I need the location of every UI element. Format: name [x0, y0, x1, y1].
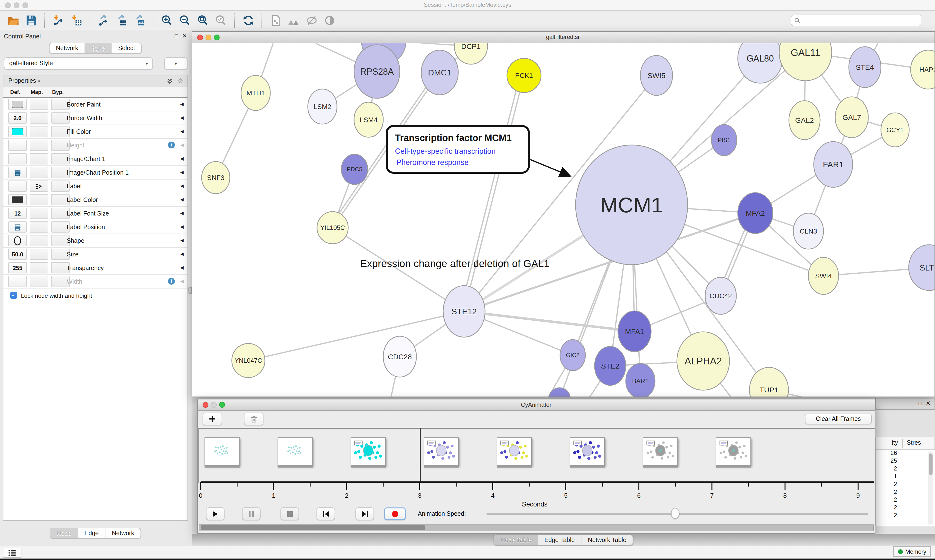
delete-frame-button[interactable]: [244, 412, 264, 425]
property-row-fill-color[interactable]: Fill Color◀: [3, 125, 187, 138]
style-selector[interactable]: galFiltered Style ▾: [4, 57, 153, 69]
expand-property-icon[interactable]: ◀: [180, 238, 184, 243]
tab-network-table[interactable]: Network Table: [581, 535, 633, 545]
open-folder-icon[interactable]: [6, 14, 20, 27]
stop-button[interactable]: [281, 508, 299, 520]
property-row-shape[interactable]: Shape◀: [3, 234, 187, 248]
property-row-size[interactable]: 50.0Size◀: [3, 248, 187, 261]
property-row-border-paint[interactable]: Border Paint◀: [3, 98, 187, 111]
property-row-label[interactable]: Label◀: [3, 180, 187, 193]
search-field[interactable]: [791, 15, 921, 26]
export-network-icon[interactable]: [97, 14, 110, 27]
table-cell[interactable]: 2: [876, 488, 897, 496]
export-image-icon[interactable]: [133, 14, 146, 27]
expand-property-icon[interactable]: ◀: [180, 279, 184, 284]
timeline-frame-2[interactable]: [350, 437, 386, 466]
timeline-frame-3[interactable]: [424, 437, 459, 466]
memory-button[interactable]: Memory: [893, 546, 931, 557]
zoom-fit-icon[interactable]: [196, 14, 210, 27]
tab-edge-table[interactable]: Edge Table: [538, 535, 581, 545]
hide-panel-icon[interactable]: [305, 14, 318, 27]
table-cell[interactable]: 26: [876, 449, 897, 457]
close-table-icon[interactable]: ✕: [926, 400, 930, 407]
collapse-all-icon[interactable]: [177, 79, 184, 86]
timeline-scrollbar[interactable]: [199, 524, 874, 531]
annotation-link[interactable]: Cell-type-specific transcription: [395, 147, 495, 155]
table-cell[interactable]: 2: [876, 512, 897, 520]
timeline-frame-7[interactable]: [716, 437, 751, 466]
expand-property-icon[interactable]: ◀: [180, 115, 184, 120]
zoom-out-icon[interactable]: [178, 14, 191, 27]
property-row-border-width[interactable]: 2.0Border Width◀: [3, 111, 187, 125]
lock-checkbox[interactable]: ✓: [10, 292, 17, 299]
panel-splitter-handle[interactable]: [188, 287, 192, 294]
column-header[interactable]: ity: [876, 439, 898, 446]
export-table-icon[interactable]: [115, 14, 128, 27]
skip-to-end-button[interactable]: [355, 508, 374, 520]
annotation-link[interactable]: Pheromone response: [397, 158, 469, 167]
expand-property-icon[interactable]: ◀: [180, 183, 184, 188]
record-button[interactable]: [384, 508, 406, 520]
network-canvas[interactable]: RPS28BDCP1RPS28ADMC1PCK1SWI5GAL80GAL11ST…: [192, 43, 935, 397]
timeline-frame-1[interactable]: [278, 437, 313, 466]
expand-property-icon[interactable]: ◀: [180, 102, 184, 106]
table-cell[interactable]: 1: [876, 473, 897, 481]
table-cell[interactable]: 25: [876, 457, 897, 465]
table-cell[interactable]: 2: [876, 481, 897, 488]
expand-property-icon[interactable]: ◀: [180, 170, 184, 175]
property-row-transparency[interactable]: 255Transparency◀: [3, 261, 187, 275]
skip-to-start-button[interactable]: [316, 508, 335, 520]
slider-thumb[interactable]: [671, 508, 679, 518]
tab-network[interactable]: Network: [50, 43, 85, 53]
show-panel-icon[interactable]: [323, 14, 336, 27]
property-row-image-chart-position-1[interactable]: Image/Chart Position 1◀: [3, 166, 187, 180]
clear-all-frames-button[interactable]: Clear All Frames: [805, 414, 872, 424]
zoom-selected-icon[interactable]: [214, 14, 227, 27]
property-row-label-position[interactable]: Label Position◀: [3, 220, 187, 234]
refresh-icon[interactable]: [242, 14, 255, 27]
task-history-button[interactable]: [3, 548, 22, 558]
timeline-playhead[interactable]: [420, 428, 421, 483]
table-cell[interactable]: 2: [876, 504, 897, 512]
property-row-image-chart-1[interactable]: Image/Chart 1◀: [3, 152, 187, 166]
network-node-cut[interactable]: [549, 388, 570, 397]
snapshot-icon[interactable]: [269, 14, 282, 27]
timeline-frame-0[interactable]: [205, 437, 239, 466]
timeline-frame-5[interactable]: [570, 437, 605, 466]
annotation-callout[interactable]: Transcription factor MCM1Cell-type-speci…: [387, 126, 569, 175]
property-row-height[interactable]: Heighti◀: [3, 138, 187, 152]
add-frame-button[interactable]: [202, 412, 222, 425]
zoom-in-icon[interactable]: [160, 14, 173, 27]
search-input[interactable]: [801, 17, 921, 24]
import-network-icon[interactable]: [52, 14, 65, 27]
table-cell[interactable]: 2: [876, 465, 897, 473]
expand-property-icon[interactable]: ◀: [180, 252, 184, 256]
import-table-icon[interactable]: [69, 14, 83, 27]
save-icon[interactable]: [24, 14, 37, 27]
table-cell[interactable]: 2: [876, 496, 897, 504]
expand-property-icon[interactable]: ◀: [180, 129, 184, 134]
pause-button[interactable]: [242, 508, 261, 520]
property-row-label-color[interactable]: Label Color◀: [3, 193, 187, 207]
expand-property-icon[interactable]: ◀: [180, 265, 184, 270]
expand-property-icon[interactable]: ◀: [180, 197, 184, 202]
tab-edge[interactable]: Edge: [78, 528, 105, 538]
tab-select[interactable]: Select: [111, 43, 142, 53]
network-caption[interactable]: Expression change after deletion of GAL1: [360, 258, 549, 269]
timeline-ruler[interactable]: 0123456789Seconds: [198, 477, 876, 508]
expand-all-icon[interactable]: [166, 79, 173, 86]
property-row-label-font-size[interactable]: 12Label Font Size◀: [3, 207, 187, 220]
expand-property-icon[interactable]: ◀: [180, 143, 184, 148]
column-header[interactable]: Stres: [907, 439, 921, 446]
properties-header[interactable]: Properties: [8, 77, 36, 84]
timeline-frame-6[interactable]: [643, 437, 678, 466]
tab-style[interactable]: Style: [85, 43, 111, 53]
expand-property-icon[interactable]: ◀: [180, 224, 184, 229]
property-row-width[interactable]: Widthi◀: [3, 275, 187, 289]
tab-node-table[interactable]: Node Table: [494, 535, 538, 545]
tab-node[interactable]: Node: [50, 528, 78, 538]
float-table-icon[interactable]: □: [919, 400, 922, 406]
float-panel-icon[interactable]: □: [175, 32, 179, 39]
close-panel-icon[interactable]: ✕: [182, 32, 187, 39]
expand-property-icon[interactable]: ◀: [180, 156, 184, 161]
